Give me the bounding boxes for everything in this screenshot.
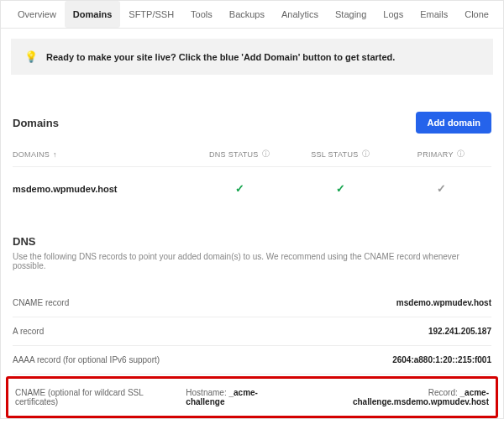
record-value: _acme-challenge.msdemo.wpmudev.host <box>353 388 489 406</box>
dns-wildcard-hostname: Hostname: _acme-challenge <box>186 388 295 406</box>
domain-name: msdemo.wpmudev.host <box>13 184 189 194</box>
col-primary-label: PRIMARY <box>417 150 454 159</box>
table-row[interactable]: msdemo.wpmudev.host ✓ ✓ ✓ <box>13 167 491 210</box>
dns-cname-row: CNAME record msdemo.wpmudev.host <box>13 289 491 317</box>
tab-staging[interactable]: Staging <box>327 1 375 28</box>
record-label: Record: <box>428 388 458 397</box>
tab-analytics[interactable]: Analytics <box>273 1 327 28</box>
tab-emails[interactable]: Emails <box>412 1 456 28</box>
dns-aaaa-label: AAAA record (for optional IPv6 support) <box>13 355 160 364</box>
info-banner: 💡 Ready to make your site live? Click th… <box>11 39 493 75</box>
dns-cname-label: CNAME record <box>13 298 69 307</box>
col-domain-label: DOMAINS <box>13 150 50 159</box>
dns-wildcard-row: CNAME (optional for wildcard SSL certifi… <box>6 376 498 418</box>
dns-aaaa-row: AAAA record (for optional IPv6 support) … <box>13 346 491 375</box>
dns-wildcard-record: Record: _acme-challenge.msdemo.wpmudev.h… <box>295 388 489 406</box>
info-icon[interactable]: ⓘ <box>362 149 370 160</box>
tab-backups[interactable]: Backups <box>221 1 273 28</box>
dns-aaaa-value: 2604:a880:1:20::215:f001 <box>392 355 491 364</box>
tab-overview[interactable]: Overview <box>9 1 65 28</box>
col-ssl-header: SSL STATUS ⓘ <box>290 149 391 160</box>
dns-title: DNS <box>13 235 491 248</box>
info-icon[interactable]: ⓘ <box>262 149 270 160</box>
tab-domains[interactable]: Domains <box>65 1 120 28</box>
check-icon: ✓ <box>336 182 345 195</box>
dns-wildcard-label: CNAME (optional for wildcard SSL certifi… <box>15 388 186 406</box>
sort-arrow-up-icon: ↑ <box>53 150 57 159</box>
domains-table-header: DOMAINS ↑ DNS STATUS ⓘ SSL STATUS ⓘ PRIM… <box>13 142 491 167</box>
col-ssl-label: SSL STATUS <box>311 150 358 159</box>
col-dns-header: DNS STATUS ⓘ <box>189 149 290 160</box>
tab-logs[interactable]: Logs <box>375 1 412 28</box>
tab-sftp[interactable]: SFTP/SSH <box>120 1 182 28</box>
hostname-label: Hostname: <box>186 388 226 397</box>
tab-bar: Overview Domains SFTP/SSH Tools Backups … <box>1 1 503 29</box>
col-primary-header: PRIMARY ⓘ <box>391 149 491 160</box>
check-icon: ✓ <box>437 182 446 195</box>
tab-pricing[interactable]: Pricing <box>497 1 504 28</box>
banner-text: Ready to make your site live? Click the … <box>46 52 395 62</box>
domains-title: Domains <box>13 117 59 129</box>
tab-tools[interactable]: Tools <box>182 1 221 28</box>
tab-clone[interactable]: Clone <box>456 1 497 28</box>
dns-cname-value: msdemo.wpmudev.host <box>396 298 491 307</box>
add-domain-button[interactable]: Add domain <box>416 112 491 134</box>
col-dns-label: DNS STATUS <box>209 150 259 159</box>
check-icon: ✓ <box>235 182 244 195</box>
lightbulb-icon: 💡 <box>24 50 38 63</box>
col-domain-header[interactable]: DOMAINS ↑ <box>13 149 189 160</box>
dns-a-row: A record 192.241.205.187 <box>13 317 491 346</box>
info-icon[interactable]: ⓘ <box>457 149 465 160</box>
dns-a-label: A record <box>13 327 44 336</box>
dns-a-value: 192.241.205.187 <box>428 327 491 336</box>
dns-description: Use the following DNS records to point y… <box>13 252 491 270</box>
